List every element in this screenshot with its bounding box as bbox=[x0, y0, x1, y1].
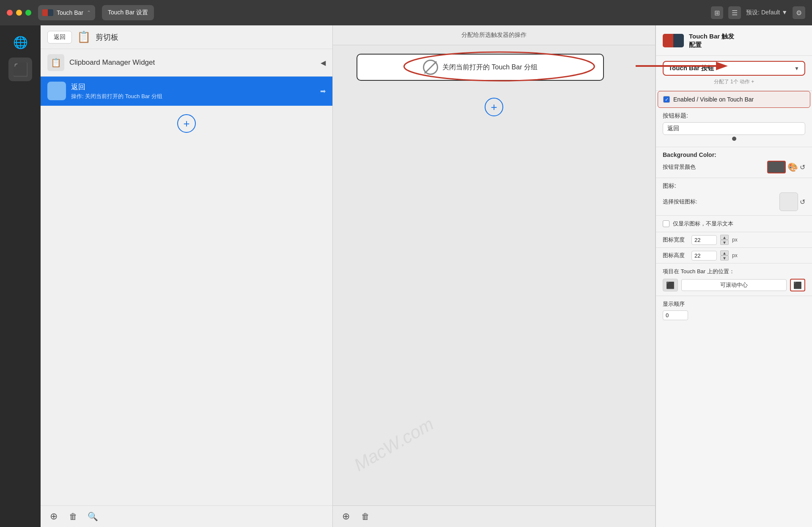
color-swatch[interactable] bbox=[767, 161, 786, 173]
touchbar-icon-preview bbox=[42, 9, 53, 16]
delete-middle-footer-button[interactable]: 🗑 bbox=[359, 510, 372, 523]
icon-width-label: 图标宽度 bbox=[663, 236, 688, 244]
back-button-label: 返回 bbox=[54, 33, 66, 41]
position-row: ⬛ 可滚动中心 ⬛ bbox=[663, 279, 805, 291]
touchbar-settings-button[interactable]: Touch Bar 设置 bbox=[102, 5, 154, 20]
middle-header-label: 分配给所选触发器的操作 bbox=[461, 31, 527, 38]
list-view-icon[interactable]: ☰ bbox=[728, 6, 741, 19]
icon-section: 图标: 选择按钮图标: ↺ bbox=[656, 178, 812, 216]
add-item-button[interactable]: + bbox=[177, 114, 196, 133]
stepper-up-h[interactable]: ▲ bbox=[720, 250, 729, 255]
enabled-label: Enabled / Visible on Touch Bar bbox=[673, 96, 754, 103]
icon-width-row: 图标宽度 ▲ ▼ px bbox=[656, 232, 812, 248]
left-panel-header: 返回 📋 剪切板 bbox=[41, 25, 332, 49]
order-input[interactable] bbox=[663, 310, 688, 320]
button-title-section: 按钮标题: bbox=[656, 108, 812, 147]
icon-placeholder[interactable] bbox=[779, 192, 798, 211]
left-panel-items: 📋 Clipboard Manager Widget ◀ 返回 操作: 关闭当前… bbox=[41, 49, 332, 505]
watermark: MacW.com bbox=[351, 414, 437, 475]
touchbar-label: Touch Bar bbox=[57, 9, 83, 16]
code-icon: ⬛ bbox=[13, 62, 28, 77]
icon-sidebar: 🌐 ⬛ bbox=[0, 25, 41, 527]
add-btn-container: + bbox=[41, 106, 332, 141]
assigned-label: 分配了 1个 动作 + bbox=[663, 78, 805, 85]
widget-label: Clipboard Manager Widget bbox=[69, 58, 155, 67]
delete-footer-button[interactable]: 🗑 bbox=[67, 510, 80, 523]
pos-align-left-icon[interactable]: ⬛ bbox=[663, 279, 678, 291]
add-action-button[interactable]: + bbox=[485, 98, 503, 116]
button-title-input[interactable] bbox=[663, 122, 805, 135]
grid-view-icon[interactable]: ⊞ bbox=[711, 6, 723, 19]
search-footer-button[interactable]: 🔍 bbox=[86, 510, 99, 523]
traffic-lights bbox=[7, 10, 31, 16]
chevron-down-icon: ⌃ bbox=[87, 10, 91, 16]
plus-icon: + bbox=[183, 117, 189, 130]
px-unit: px bbox=[732, 237, 738, 243]
middle-content: 关闭当前打开的 Touch Bar 分组 + MacW.com bbox=[333, 45, 655, 505]
chevron-down-icon: ▼ bbox=[794, 66, 799, 71]
clipboard-section-label: 剪切板 bbox=[96, 32, 118, 42]
globe-icon: 🌐 bbox=[13, 36, 28, 49]
slider-dot bbox=[732, 137, 736, 141]
clipboard-icon: 📋 bbox=[77, 30, 91, 44]
icon-width-stepper[interactable]: ▲ ▼ bbox=[720, 235, 729, 245]
stepper-down-h[interactable]: ▼ bbox=[720, 255, 729, 261]
only-icon-checkbox[interactable] bbox=[663, 220, 669, 227]
reset-color-icon[interactable]: ↺ bbox=[800, 163, 805, 171]
no-entry-icon bbox=[423, 60, 438, 75]
bg-color-sublabel: 按钮背景颜色 bbox=[663, 163, 696, 171]
background-color-section: Background Color: 按钮背景颜色 🎨 ↺ bbox=[656, 147, 812, 178]
minimize-button[interactable] bbox=[16, 10, 22, 16]
enabled-visible-checkbox-row[interactable]: Enabled / Visible on Touch Bar bbox=[658, 91, 810, 108]
icon-width-input[interactable] bbox=[691, 235, 717, 245]
sidebar-item-vscode[interactable]: ⬛ bbox=[8, 58, 32, 81]
touchbar-dropdown[interactable]: Touch Bar ⌃ bbox=[38, 5, 95, 20]
pos-scroll-center[interactable]: 可滚动中心 bbox=[681, 279, 787, 291]
right-panel-title: Touch Bar 触发 配置 bbox=[689, 32, 734, 49]
touchbar-icon bbox=[663, 34, 684, 47]
middle-footer: ⊕ 🗑 bbox=[333, 505, 655, 527]
only-icon-label: 仅显示图标，不显示文本 bbox=[673, 220, 733, 228]
close-button[interactable] bbox=[7, 10, 13, 16]
icon-height-input[interactable] bbox=[691, 251, 717, 261]
pin-icon: ◀ bbox=[321, 59, 326, 67]
order-label: 显示顺序 bbox=[663, 300, 805, 308]
add-footer-button[interactable]: ⊕ bbox=[47, 510, 60, 523]
position-section: 项目在 Touch Bar 上的位置： ⬛ 可滚动中心 ⬛ bbox=[656, 264, 812, 296]
list-item[interactable]: 📋 Clipboard Manager Widget ◀ bbox=[41, 49, 332, 77]
px-unit-h: px bbox=[732, 253, 738, 258]
middle-header: 分配给所选触发器的操作 bbox=[333, 25, 655, 45]
icon-height-label: 图标高度 bbox=[663, 252, 688, 259]
icon-height-row: 图标高度 ▲ ▼ px bbox=[656, 248, 812, 264]
left-panel-footer: ⊕ 🗑 🔍 bbox=[41, 505, 332, 527]
gear-icon[interactable]: ⚙ bbox=[793, 6, 805, 19]
pos-align-right-icon[interactable]: ⬛ bbox=[790, 279, 805, 291]
preset-section: ⊞ ☰ 预设: Default ▼ ⚙ bbox=[711, 6, 805, 19]
bg-color-label: Background Color: bbox=[663, 151, 805, 158]
only-icon-row[interactable]: 仅显示图标，不显示文本 bbox=[656, 216, 812, 232]
position-label: 项目在 Touch Bar 上的位置： bbox=[663, 268, 805, 275]
icon-height-stepper[interactable]: ▲ ▼ bbox=[720, 250, 729, 261]
pin-right-icon: ➡ bbox=[320, 87, 326, 95]
main-content: 🌐 ⬛ 返回 📋 剪切板 📋 Clipboard Manager Widget … bbox=[0, 25, 812, 527]
add-middle-footer-button[interactable]: ⊕ bbox=[340, 510, 352, 523]
enabled-checkbox[interactable] bbox=[663, 96, 670, 103]
stepper-down[interactable]: ▼ bbox=[720, 240, 729, 245]
sidebar-item-globe[interactable]: 🌐 bbox=[8, 30, 32, 54]
reset-icon-icon[interactable]: ↺ bbox=[800, 198, 805, 206]
right-panel-dropdown-section: Touch Bar 按钮 ▼ 分配了 1个 动作 + bbox=[656, 56, 812, 91]
stepper-up[interactable]: ▲ bbox=[720, 235, 729, 240]
left-panel: 返回 📋 剪切板 📋 Clipboard Manager Widget ◀ 返回… bbox=[41, 25, 332, 527]
touchbar-settings-label: Touch Bar 设置 bbox=[108, 9, 148, 16]
close-group-button[interactable]: 关闭当前打开的 Touch Bar 分组 bbox=[357, 54, 604, 81]
return-icon bbox=[47, 82, 66, 100]
right-panel: Touch Bar 触发 配置 Touch Bar 按钮 ▼ 分配了 1个 动作… bbox=[656, 25, 812, 527]
back-button[interactable]: 返回 bbox=[47, 31, 72, 44]
button-type-dropdown[interactable]: Touch Bar 按钮 ▼ bbox=[663, 61, 805, 76]
icon-sublabel: 选择按钮图标: bbox=[663, 198, 697, 206]
icon-section-label: 图标: bbox=[663, 182, 805, 190]
right-panel-header: Touch Bar 触发 配置 bbox=[656, 25, 812, 56]
color-picker-icon[interactable]: 🎨 bbox=[787, 162, 798, 172]
fullscreen-button[interactable] bbox=[25, 10, 31, 16]
list-item-selected[interactable]: 返回 操作: 关闭当前打开的 Touch Bar 分组 ➡ bbox=[41, 77, 332, 106]
